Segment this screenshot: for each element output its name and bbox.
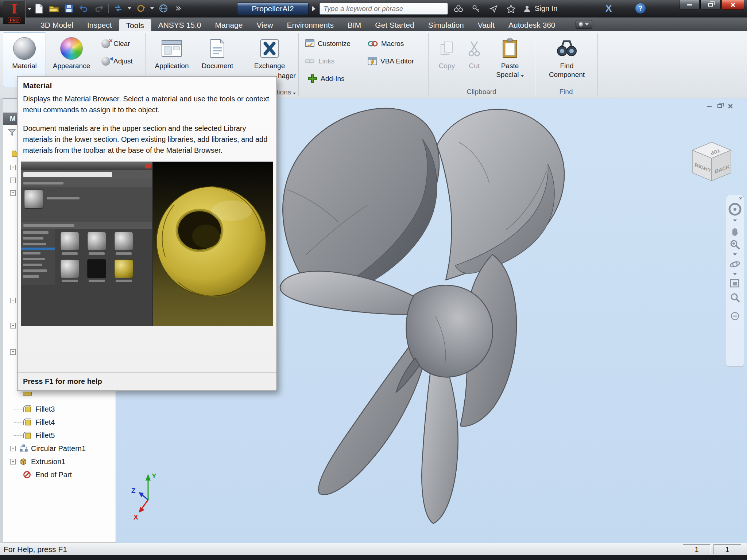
exchange-apps-icon[interactable]: X xyxy=(605,3,612,14)
paste-clipboard-icon xyxy=(502,38,518,59)
wheel-caret-icon[interactable] xyxy=(733,219,737,222)
user-icon[interactable] xyxy=(521,4,533,13)
app-logo-button[interactable]: I PRO xyxy=(3,1,26,25)
rebuild-icon[interactable] xyxy=(135,3,146,14)
tab-bim[interactable]: BIM xyxy=(341,19,368,31)
logo-letter: I xyxy=(3,1,25,16)
tree-item-circular-pattern1[interactable]: + Circular Pattern1 xyxy=(3,442,116,455)
camera-icon[interactable] xyxy=(576,20,592,29)
tab-ansys[interactable]: ANSYS 15.0 xyxy=(151,19,208,31)
y-axis-label: Y xyxy=(152,472,156,480)
tab-environments[interactable]: Environments xyxy=(280,19,341,31)
toolbar-separator xyxy=(108,4,109,13)
tree-item-extrusion1[interactable]: + Extrusion1 xyxy=(3,455,116,468)
preview-library-list xyxy=(21,229,55,285)
orbit-icon[interactable] xyxy=(729,259,741,270)
add-ins-button[interactable]: Add-Ins xyxy=(306,71,357,86)
look-at-face-icon[interactable] xyxy=(729,279,740,289)
exchange-x-icon xyxy=(260,39,279,58)
tree-item-fillet5[interactable]: Fillet5 xyxy=(3,429,116,442)
full-navigation-wheel-icon[interactable] xyxy=(728,202,742,216)
logo-caret-icon[interactable] xyxy=(28,8,31,10)
preview-document-materials xyxy=(21,187,152,222)
filter-funnel-icon[interactable] xyxy=(8,129,16,136)
sign-in-button[interactable]: Sign In xyxy=(535,4,557,13)
tab-autodesk-360[interactable]: Autodesk 360 xyxy=(502,19,562,31)
fillet-icon xyxy=(23,418,32,426)
tree-collapse-box[interactable]: − xyxy=(10,190,16,196)
pan-hand-icon[interactable] xyxy=(729,225,740,236)
navbar-collapse-icon[interactable] xyxy=(730,311,740,321)
group-separator xyxy=(298,33,299,96)
material-swatch xyxy=(60,259,79,278)
tooltip-footer: Press F1 for more help xyxy=(18,372,276,390)
material-swatch xyxy=(87,232,106,251)
customize-icon xyxy=(305,39,314,48)
tab-vault[interactable]: Vault xyxy=(471,19,502,31)
update-icon[interactable] xyxy=(113,3,124,14)
adjust-button[interactable]: ◂ Adjust xyxy=(99,54,143,69)
key-icon[interactable] xyxy=(470,4,482,13)
customize-button[interactable]: Customize xyxy=(303,36,363,51)
tab-manage[interactable]: Manage xyxy=(208,19,250,31)
z-axis-label: Z xyxy=(131,487,136,494)
zoom-caret-icon[interactable] xyxy=(733,253,737,256)
paste-special-button[interactable]: Paste Special xyxy=(489,32,531,87)
window-close-button[interactable] xyxy=(721,0,744,10)
clear-button[interactable]: × Clear xyxy=(99,36,143,51)
orbit-caret-icon[interactable] xyxy=(733,273,737,275)
tree-expand-box[interactable]: + xyxy=(10,165,16,170)
tooltip-title: Material xyxy=(18,77,276,90)
zoom-window-icon[interactable] xyxy=(729,292,740,303)
manager-label-fragment: hager xyxy=(278,72,296,80)
tab-3d-model[interactable]: 3D Model xyxy=(34,19,80,31)
material-swatch xyxy=(24,190,43,209)
tree-expand-box[interactable]: + xyxy=(10,446,16,451)
new-file-icon[interactable] xyxy=(34,3,44,14)
preview-close-icon xyxy=(145,164,151,168)
tree-expand-box[interactable]: + xyxy=(10,459,16,464)
tree-collapse-box[interactable]: − xyxy=(10,298,16,303)
kite-icon[interactable] xyxy=(487,4,500,13)
search-binoculars-icon[interactable] xyxy=(452,4,465,13)
vba-editor-button[interactable]: VBA Editor xyxy=(365,54,420,69)
doc-close-icon[interactable] xyxy=(728,104,733,109)
measure-globe-icon[interactable] xyxy=(158,3,169,14)
add-ins-plus-icon xyxy=(308,74,317,83)
open-folder-icon[interactable] xyxy=(49,3,59,14)
tree-expand-box[interactable]: + xyxy=(10,349,16,355)
camera-lens-icon xyxy=(579,22,583,27)
paste-special-caret-icon xyxy=(521,75,524,77)
rebuild-caret-icon[interactable] xyxy=(150,7,154,9)
expand-toolbar-icon[interactable] xyxy=(173,3,184,14)
application-window-icon xyxy=(161,40,182,57)
update-caret-icon[interactable] xyxy=(128,7,131,9)
material-sphere-icon xyxy=(13,37,36,60)
tree-item-fillet3[interactable]: Fillet3 xyxy=(3,403,116,415)
search-input[interactable] xyxy=(320,3,448,15)
zoom-in-icon[interactable] xyxy=(729,239,740,250)
save-icon[interactable] xyxy=(63,3,74,14)
tab-tools[interactable]: Tools xyxy=(119,19,151,31)
star-icon[interactable] xyxy=(505,4,517,13)
tree-collapse-box[interactable]: − xyxy=(10,323,16,328)
tree-expand-box[interactable]: + xyxy=(10,178,16,183)
view-cube[interactable]: TOP RIGHT BACK xyxy=(684,138,739,192)
tab-get-started[interactable]: Get Started xyxy=(368,19,421,31)
window-minimize-button[interactable] xyxy=(679,0,700,10)
tab-simulation[interactable]: Simulation xyxy=(421,19,471,31)
tree-item-end-of-part[interactable]: End of Part xyxy=(3,468,116,481)
tree-item-fillet4[interactable]: Fillet4 xyxy=(3,416,116,428)
macros-button[interactable]: Macros xyxy=(365,36,413,51)
tab-view[interactable]: View xyxy=(249,19,280,31)
tab-inspect[interactable]: Inspect xyxy=(80,19,119,31)
navbar-close-icon[interactable]: × xyxy=(739,196,742,201)
undo-icon[interactable] xyxy=(78,3,89,14)
help-button[interactable]: ? xyxy=(635,3,646,13)
find-component-button[interactable]: Find Component xyxy=(539,32,595,87)
doc-restore-icon[interactable] xyxy=(717,104,722,108)
window-restore-button[interactable] xyxy=(700,0,721,10)
options-group-label-fragment[interactable]: tions xyxy=(276,88,296,96)
doc-minimize-icon[interactable] xyxy=(707,106,712,107)
material-browser-preview xyxy=(21,162,273,326)
